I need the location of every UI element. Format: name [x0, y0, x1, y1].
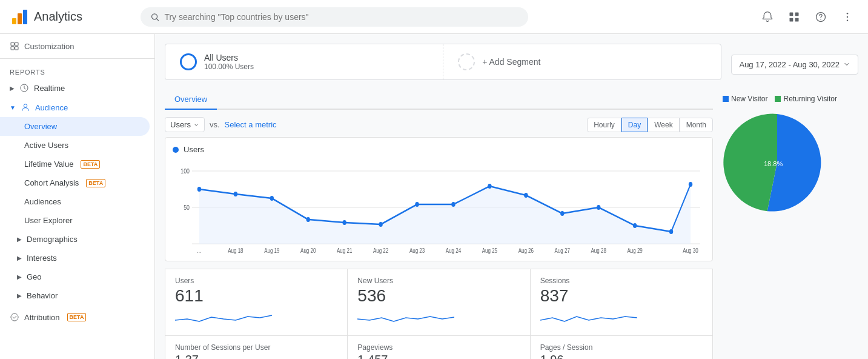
behavior-label: Behavior — [27, 291, 58, 300]
svg-rect-8 — [795, 18, 799, 21]
customization-item[interactable]: Customization — [0, 34, 154, 59]
svg-text:100: 100 — [181, 167, 190, 175]
stat-card-sessions: Sessions 837 — [531, 269, 713, 336]
svg-text:Aug 20: Aug 20 — [300, 247, 316, 254]
svg-rect-0 — [12, 18, 16, 24]
add-segment-circle — [458, 53, 475, 70]
topbar-icons — [757, 6, 858, 28]
select-metric-link[interactable]: Select a metric — [225, 120, 277, 129]
sidebar-item-cohort-analysis[interactable]: Cohort Analysis BETA — [0, 173, 150, 192]
svg-point-11 — [847, 12, 849, 14]
chart-wrapper: Users 100 50 — [165, 137, 713, 261]
pie-chart-svg: 18.8% — [723, 108, 832, 217]
svg-rect-14 — [11, 42, 14, 45]
lifetime-value-label: Lifetime Value — [24, 159, 73, 169]
svg-text:18.8%: 18.8% — [764, 160, 783, 167]
new-visitor-label: New Visitor — [731, 95, 767, 103]
chevron-right-icon-demographics: ▶ — [17, 236, 22, 243]
chart-legend: Users — [173, 145, 705, 154]
chart-legend-label: Users — [184, 145, 204, 154]
sidebar-item-lifetime-value[interactable]: Lifetime Value BETA — [0, 155, 150, 173]
sidebar-item-attribution[interactable]: Attribution BETA — [0, 307, 150, 327]
stats-row-2: Number of Sessions per User 1.37 Pagevie… — [165, 336, 713, 359]
hourly-button[interactable]: Hourly — [587, 118, 621, 132]
sidebar-item-overview[interactable]: Overview — [0, 117, 150, 136]
help-icon — [815, 11, 827, 23]
stat-label-sessions-per-user: Number of Sessions per User — [175, 343, 337, 352]
stat-value-pageviews: 1,457 — [357, 353, 520, 359]
week-button[interactable]: Week — [648, 118, 679, 132]
svg-point-37 — [633, 223, 637, 228]
svg-point-27 — [270, 196, 274, 201]
search-bar[interactable] — [141, 7, 528, 27]
all-users-sub: 100.00% Users — [204, 62, 254, 71]
search-icon — [150, 12, 159, 22]
svg-rect-15 — [15, 42, 18, 45]
all-users-circle — [180, 53, 197, 70]
search-input[interactable] — [164, 12, 518, 22]
svg-rect-6 — [795, 12, 799, 16]
add-segment[interactable]: + Add Segment — [443, 44, 721, 79]
chart-svg-area: 100 50 — [173, 159, 705, 256]
month-button[interactable]: Month — [680, 118, 713, 132]
svg-point-35 — [560, 211, 564, 216]
chevron-down-icon: ▼ — [10, 104, 16, 111]
sparkline-users — [175, 308, 272, 326]
attribution-icon — [10, 312, 19, 322]
sidebar-item-demographics[interactable]: ▶ Demographics — [0, 230, 150, 249]
svg-text:Aug 23: Aug 23 — [409, 247, 425, 254]
svg-point-29 — [342, 220, 346, 225]
sidebar-item-realtime[interactable]: ▶ Realtime — [0, 78, 150, 98]
clock-icon — [19, 83, 29, 93]
apps-button[interactable] — [783, 6, 805, 28]
analytics-logo-icon — [10, 7, 29, 27]
main-content-area: Overview Users vs. Select a metric — [165, 90, 858, 359]
stat-label-new-users: New Users — [357, 277, 520, 285]
sidebar-item-interests[interactable]: ▶ Interests — [0, 249, 150, 267]
topbar: Analytics — [0, 0, 868, 34]
attribution-beta-badge: BETA — [67, 313, 87, 321]
stat-value-users: 611 — [175, 286, 337, 306]
sparkline-sessions — [540, 308, 637, 326]
stat-label-pageviews: Pageviews — [357, 343, 520, 352]
audience-label: Audience — [35, 103, 68, 112]
active-users-label: Active Users — [24, 141, 68, 150]
cohort-analysis-label: Cohort Analysis — [24, 178, 79, 187]
sidebar-item-audience[interactable]: ▼ Audience — [0, 98, 150, 117]
metric-selector[interactable]: Users — [165, 117, 205, 132]
tab-overview[interactable]: Overview — [165, 90, 217, 110]
all-users-segment[interactable]: All Users 100.00% Users — [165, 44, 443, 79]
sidebar-item-behavior[interactable]: ▶ Behavior — [0, 286, 150, 305]
sidebar-item-audiences[interactable]: Audiences — [0, 192, 150, 211]
svg-rect-16 — [11, 47, 14, 50]
svg-rect-2 — [23, 10, 27, 24]
notifications-button[interactable] — [757, 6, 778, 28]
returning-visitor-dot — [775, 96, 781, 102]
segment-bar: All Users 100.00% Users + Add Segment — [165, 44, 721, 80]
svg-point-19 — [24, 104, 27, 107]
time-buttons: Hourly Day Week Month — [587, 118, 713, 132]
stat-label-users: Users — [175, 277, 337, 285]
sidebar-item-user-explorer[interactable]: User Explorer — [0, 211, 150, 230]
stat-value-new-users: 536 — [357, 286, 520, 306]
more-options-button[interactable] — [837, 6, 858, 28]
day-button[interactable]: Day — [621, 118, 648, 132]
svg-point-36 — [597, 205, 600, 210]
sparkline-new-users — [357, 308, 454, 326]
date-range-text: Aug 17, 2022 - Aug 30, 2022 — [739, 60, 840, 69]
svg-text:50: 50 — [184, 204, 190, 211]
sidebar-item-geo[interactable]: ▶ Geo — [0, 267, 150, 286]
logo-title: Analytics — [34, 10, 82, 24]
sidebar: Customization REPORTS ▶ Realtime ▼ Audie… — [0, 34, 155, 359]
bell-icon — [761, 11, 774, 23]
lifetime-value-beta-badge: BETA — [81, 160, 100, 169]
stat-card-users: Users 611 — [165, 269, 348, 336]
stat-card-pageviews: Pageviews 1,457 — [348, 336, 530, 359]
sidebar-item-active-users[interactable]: Active Users — [0, 136, 150, 155]
svg-rect-1 — [18, 13, 22, 24]
help-button[interactable] — [810, 6, 832, 28]
content-area: All Users 100.00% Users + Add Segment Au… — [155, 34, 868, 359]
stat-value-sessions: 837 — [540, 286, 703, 306]
svg-point-10 — [820, 19, 821, 19]
date-range-selector[interactable]: Aug 17, 2022 - Aug 30, 2022 — [731, 55, 858, 75]
